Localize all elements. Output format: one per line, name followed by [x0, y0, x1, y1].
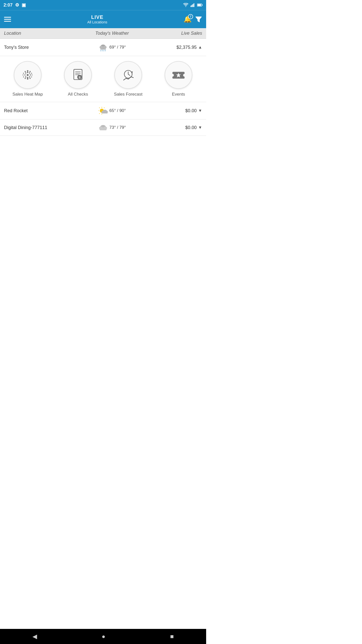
all-checks-icon-circle: $	[64, 61, 92, 89]
sales-heat-map-label: Sales Heat Map	[13, 92, 43, 97]
sales-amount-red-rocket: $0.00	[185, 108, 197, 113]
sales-forecast-icon-circle	[114, 61, 142, 89]
header-weather: Today's Weather	[76, 31, 148, 36]
svg-point-29	[27, 71, 28, 73]
svg-point-49	[183, 74, 186, 77]
weather-temp-digital-dining: 73° / 79°	[109, 125, 126, 130]
svg-rect-0	[191, 6, 191, 7]
sales-heat-map-icon	[20, 67, 35, 83]
sales-amount-tonys: $2,375.95	[176, 45, 197, 50]
svg-point-32	[27, 74, 29, 76]
svg-point-26	[31, 73, 32, 74]
svg-rect-6	[202, 5, 203, 6]
svg-rect-11	[100, 49, 106, 50]
menu-button[interactable]	[4, 17, 11, 22]
battery-icon	[197, 3, 203, 7]
feature-item-events[interactable]: Events	[156, 61, 201, 97]
svg-point-31	[24, 74, 26, 76]
wifi-icon	[183, 3, 189, 7]
table-header: Location Today's Weather Live Sales	[0, 28, 206, 39]
status-left: 2:07 ⚙ ▣	[4, 2, 26, 8]
app-bar-subtitle: All Locations	[87, 20, 107, 24]
location-sales-tonys: $2,375.95 ▲	[148, 45, 202, 50]
location-name-digital-dining: Digital Dining-777111	[4, 125, 76, 130]
location-name-red-rocket: Red Rocket	[4, 108, 76, 113]
svg-line-45	[128, 74, 130, 75]
svg-point-23	[29, 78, 31, 79]
trend-down-icon-red-rocket: ▼	[198, 108, 202, 113]
location-sales-digital-dining: $0.00 ▼	[148, 125, 202, 130]
all-checks-label: All Checks	[68, 92, 88, 97]
app-bar: LIVE All Locations 🔔 7	[0, 10, 206, 28]
svg-point-16	[27, 70, 28, 72]
svg-point-28	[25, 72, 26, 74]
feature-item-all-checks[interactable]: $ All Checks	[55, 61, 101, 97]
events-icon	[171, 67, 186, 83]
svg-point-10	[103, 46, 107, 49]
partly-cloudy-icon	[98, 107, 108, 115]
svg-line-13	[102, 50, 103, 51]
notification-badge: 7	[188, 14, 193, 19]
content: Location Today's Weather Live Sales Tony…	[0, 28, 206, 151]
cloudy-icon	[98, 124, 108, 131]
location-weather-tonys: 69° / 79°	[76, 43, 148, 51]
trend-up-icon-tonys: ▲	[198, 45, 202, 50]
filter-icon[interactable]	[195, 16, 202, 23]
svg-rect-62	[102, 112, 108, 113]
location-name-tonys: Tony's Store	[4, 45, 76, 50]
status-right	[183, 3, 203, 7]
location-sales-red-rocket: $0.00 ▼	[148, 108, 202, 113]
hamburger-line	[4, 17, 11, 18]
sales-heat-map-icon-circle	[14, 61, 41, 89]
status-bar: 2:07 ⚙ ▣	[0, 0, 206, 10]
location-row-tonys[interactable]: Tony's Store 69° / 79° $2,375.95 ▲	[0, 39, 206, 56]
svg-line-12	[101, 50, 101, 51]
svg-line-56	[99, 108, 100, 108]
svg-point-20	[23, 76, 24, 77]
location-row-red-rocket[interactable]: Red Rocket 65° / 90°	[0, 102, 206, 119]
location-weather-red-rocket: 65° / 90°	[76, 107, 148, 115]
svg-line-58	[99, 113, 100, 114]
svg-text:$: $	[79, 76, 81, 79]
header-location: Location	[4, 31, 76, 36]
weather-temp-tonys: 69° / 79°	[109, 45, 126, 50]
svg-point-21	[25, 78, 26, 79]
app-bar-live: LIVE	[87, 14, 107, 20]
svg-point-35	[27, 77, 28, 78]
notification-button[interactable]: 🔔 7	[184, 15, 192, 23]
feature-item-sales-forecast[interactable]: Sales Forecast	[106, 61, 151, 97]
all-checks-icon: $	[70, 67, 85, 83]
location-weather-digital-dining: 73° / 79°	[76, 124, 148, 131]
svg-point-27	[29, 71, 31, 72]
header-sales: Live Sales	[148, 31, 202, 36]
svg-point-34	[25, 76, 26, 77]
feature-item-sales-heat-map[interactable]: Sales Heat Map	[5, 61, 50, 97]
hamburger-line	[4, 21, 11, 22]
svg-point-19	[23, 74, 24, 75]
hamburger-line	[4, 19, 11, 20]
svg-rect-1	[192, 5, 192, 7]
svg-point-18	[23, 73, 24, 74]
svg-point-36	[29, 76, 30, 77]
app-bar-right: 🔔 7	[184, 15, 202, 23]
svg-line-14	[104, 50, 104, 51]
location-row-digital-dining[interactable]: Digital Dining-777111 73° / 79° $0.00 ▼	[0, 119, 206, 136]
status-time: 2:07	[4, 3, 13, 8]
svg-point-17	[25, 71, 26, 72]
svg-point-48	[171, 74, 174, 77]
signal-icon	[191, 3, 195, 7]
svg-point-25	[31, 74, 32, 75]
weather-temp-red-rocket: 65° / 90°	[109, 108, 126, 113]
svg-point-33	[30, 74, 31, 76]
svg-rect-3	[194, 3, 194, 7]
sales-forecast-icon	[121, 67, 136, 83]
svg-line-15	[105, 50, 106, 51]
svg-rect-2	[193, 4, 193, 7]
trend-down-icon-digital-dining: ▼	[198, 125, 202, 130]
svg-rect-66	[100, 129, 107, 130]
settings-icon: ⚙	[15, 2, 19, 8]
sim-icon: ▣	[22, 2, 26, 8]
feature-grid-tonys: Sales Heat Map $ All Checks	[0, 56, 206, 102]
svg-point-24	[31, 76, 32, 77]
events-icon-circle	[165, 61, 192, 89]
